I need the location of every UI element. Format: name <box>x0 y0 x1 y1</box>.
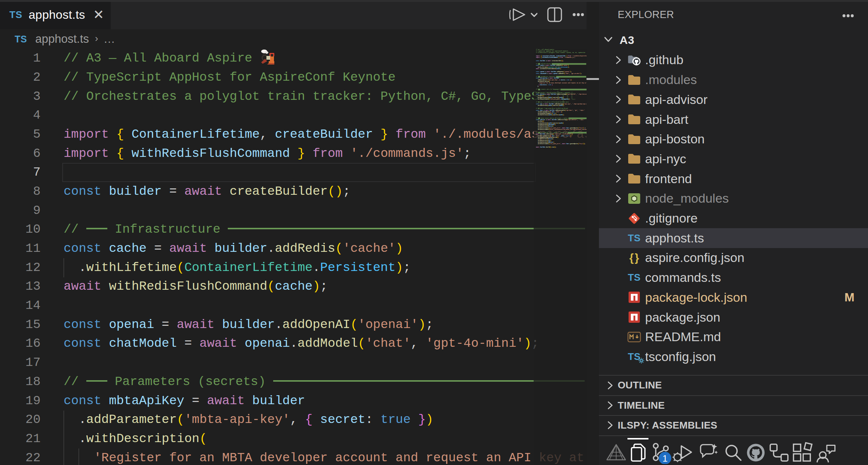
svg-text:1: 1 <box>662 453 668 463</box>
